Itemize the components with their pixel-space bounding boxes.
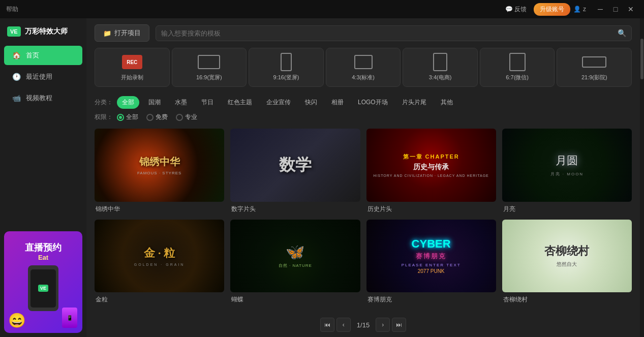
template-item-4[interactable]: 月圆 月亮 · MOON 月亮	[502, 129, 632, 213]
page-info: 1/15	[353, 321, 374, 329]
page-first-button[interactable]: ⏮	[320, 318, 334, 332]
permission-pro[interactable]: 专业	[176, 113, 197, 121]
close-button[interactable]: ✕	[624, 2, 638, 16]
permission-free[interactable]: 免费	[146, 113, 168, 121]
sidebar: VE 万彩特效大师 🏠 首页 🕐 最近使用 📹 视频教程 直播预约 Eat VE…	[0, 18, 86, 337]
template-item-5[interactable]: 金 · 粒 GOLDEN · GRAIN 金粒	[95, 220, 224, 304]
sidebar-item-label-home: 首页	[26, 51, 39, 60]
search-input[interactable]	[161, 26, 618, 41]
home-icon: 🏠	[12, 51, 21, 59]
template-thumb-6: 🦋 自然 · NATURE	[230, 220, 360, 293]
screen-21-9-icon	[582, 53, 606, 71]
template-name-1: 锦绣中华	[95, 205, 224, 213]
format-card-record[interactable]: REC 开始录制	[95, 48, 170, 87]
feedback-button[interactable]: 💬 反馈	[501, 3, 531, 16]
filter-btn-piantou[interactable]: 片头片尾	[397, 96, 432, 109]
tmpl-text-3-cn: 历史与传承	[413, 163, 449, 172]
format-label-4-3: 4:3(标准)	[352, 74, 375, 81]
format-card-16-9[interactable]: 16:9(宽屏)	[172, 48, 247, 87]
template-item-3[interactable]: 第一章 CHAPTER 历史与传承 HISTORY AND CIVILIZATI…	[366, 129, 496, 213]
filter-btn-shuimo[interactable]: 水墨	[170, 96, 192, 109]
sidebar-banner[interactable]: 直播预约 Eat VE 😄 📱	[4, 231, 82, 333]
tmpl-text-6-nature: 🦋	[286, 243, 304, 261]
format-card-3-4[interactable]: 3:4(电商)	[403, 48, 478, 87]
template-item-7[interactable]: CYBER 赛博朋克 PLEASE ENTER TEXT 2077 PUNK 赛…	[366, 220, 496, 304]
tmpl-text-6-sub: 自然 · NATURE	[279, 263, 312, 268]
template-thumb-8: 杏柳绕村 悠然自大	[502, 220, 632, 293]
tmpl-text-7-punk: 赛博朋克	[416, 252, 446, 261]
filter-btn-qita[interactable]: 其他	[436, 96, 458, 109]
banner-phone-icon: 📱	[62, 308, 77, 328]
titlebar: 帮助 💬 反馈 升级账号 👤 z ─ □ ✕	[0, 0, 644, 18]
help-label[interactable]: 帮助	[6, 5, 18, 14]
sidebar-item-home[interactable]: 🏠 首页	[4, 46, 82, 65]
filter-btn-hongse[interactable]: 红色主题	[223, 96, 257, 109]
template-thumb-1: 锦绣中华 FAMOUS · STYRES	[95, 129, 224, 202]
window-controls: ─ □ ✕	[593, 2, 638, 16]
banner-ve-badge: VE	[38, 285, 48, 292]
banner-phone-screen: VE	[30, 269, 56, 308]
format-cards: REC 开始录制 16:9(宽屏) 9:16(竖屏)	[86, 48, 640, 93]
tmpl-text-7-cyber: CYBER	[412, 237, 451, 251]
template-item-6[interactable]: 🦋 自然 · NATURE 蝴蝶	[230, 220, 360, 304]
filter-btn-xiangce[interactable]: 相册	[326, 96, 349, 109]
format-card-4-3[interactable]: 4:3(标准)	[326, 48, 401, 87]
tmpl-text-7-sub: PLEASE ENTER TEXT	[402, 263, 461, 267]
banner-subtitle: Eat	[38, 254, 48, 261]
right-scrollbar[interactable]	[640, 18, 644, 337]
open-project-button[interactable]: 📁 打开项目	[95, 24, 149, 42]
screen-6-7-icon	[505, 53, 530, 71]
banner-title: 直播预约	[25, 241, 62, 254]
minimize-button[interactable]: ─	[593, 2, 607, 16]
upgrade-button[interactable]: 升级账号	[534, 3, 570, 16]
page-prev-button[interactable]: ‹	[336, 318, 351, 332]
template-name-3: 历史片头	[366, 205, 496, 213]
tmpl-overlay-8: 杏柳绕村 悠然自大	[502, 220, 632, 293]
main-layout: VE 万彩特效大师 🏠 首页 🕐 最近使用 📹 视频教程 直播预约 Eat VE…	[0, 18, 644, 337]
logo-area: VE 万彩特效大师	[0, 18, 86, 45]
filter-btn-kushan[interactable]: 快闪	[300, 96, 322, 109]
folder-icon: 📁	[103, 29, 111, 37]
filter-btn-qiye[interactable]: 企业宣传	[261, 96, 296, 109]
filter-btn-jieri[interactable]: 节日	[196, 96, 219, 109]
template-grid-wrap: 锦绣中华 FAMOUS · STYRES 锦绣中华 数学 数字片头	[86, 125, 640, 313]
filter-btn-logo[interactable]: LOGO开场	[353, 96, 393, 109]
maximize-button[interactable]: □	[608, 2, 623, 16]
template-name-5: 金粒	[95, 295, 224, 304]
template-item-2[interactable]: 数学 数字片头	[230, 129, 360, 213]
tmpl-text-8-cn: 杏柳绕村	[544, 243, 589, 259]
permission-label: 权限：	[95, 113, 113, 121]
template-name-8: 杏柳绕村	[502, 295, 632, 304]
open-project-label: 打开项目	[114, 28, 141, 38]
format-label-16-9: 16:9(宽屏)	[196, 74, 222, 81]
permission-pro-label: 专业	[185, 113, 197, 121]
template-thumb-4: 月圆 月亮 · MOON	[502, 129, 632, 202]
permission-all[interactable]: 全部	[117, 113, 138, 121]
tmpl-text-3-en: HISTORY AND CIVILIZATION · LEGACY AND HE…	[373, 174, 488, 177]
filter-btn-all[interactable]: 全部	[117, 96, 139, 109]
tmpl-text-1-en: FAMOUS · STYRES	[137, 171, 181, 175]
record-icon: REC	[120, 53, 144, 71]
format-card-21-9[interactable]: 21:9(影院)	[557, 48, 632, 87]
format-label-3-4: 3:4(电商)	[429, 74, 452, 81]
template-name-7: 赛博朋克	[366, 295, 496, 304]
format-card-9-16[interactable]: 9:16(竖屏)	[249, 48, 324, 87]
permission-free-label: 免费	[156, 113, 168, 121]
template-item-1[interactable]: 锦绣中华 FAMOUS · STYRES 锦绣中华	[95, 129, 224, 213]
filter-bar: 分类： 全部 国潮 水墨 节日 红色主题 企业宣传 快闪 相册 LOGO开场 片…	[86, 93, 640, 125]
page-next-button[interactable]: ›	[376, 318, 390, 332]
user-area: 👤 z	[573, 6, 586, 13]
page-last-button[interactable]: ⏭	[392, 318, 406, 332]
radio-free-dot	[146, 114, 154, 121]
template-item-8[interactable]: 杏柳绕村 悠然自大 杏柳绕村	[502, 220, 632, 304]
format-card-6-7[interactable]: 6:7(微信)	[480, 48, 555, 87]
tmpl-overlay-5: 金 · 粒 GOLDEN · GRAIN	[95, 220, 224, 293]
radio-pro-dot	[176, 114, 183, 121]
permission-filter-row: 权限： 全部 免费 专业	[95, 113, 632, 121]
permission-radio-group: 全部 免费 专业	[117, 113, 197, 121]
sidebar-item-recent[interactable]: 🕐 最近使用	[4, 67, 82, 86]
format-label-6-7: 6:7(微信)	[506, 74, 529, 81]
search-bar: 🔍	[156, 25, 632, 41]
filter-btn-guochao[interactable]: 国潮	[143, 96, 166, 109]
sidebar-item-tutorial[interactable]: 📹 视频教程	[4, 88, 82, 108]
